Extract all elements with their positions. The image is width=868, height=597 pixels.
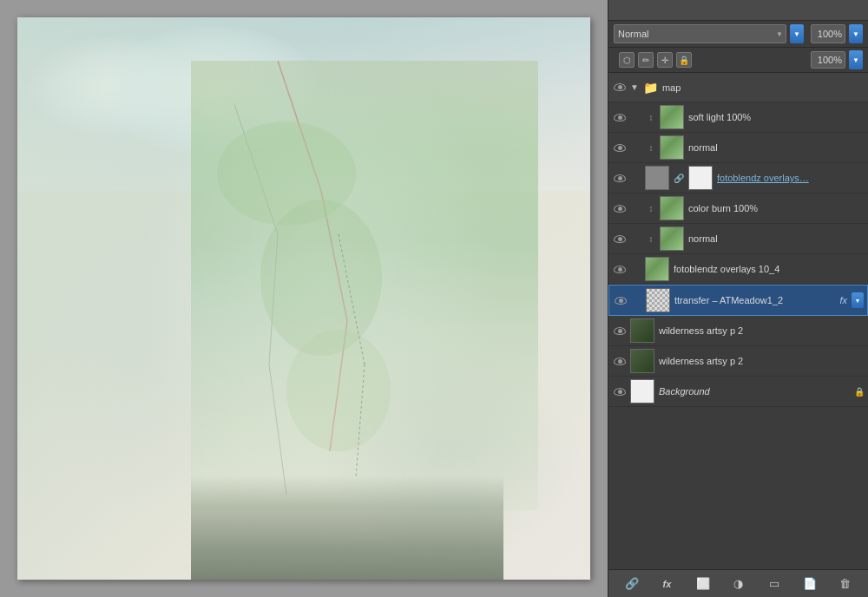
eye-icon-normal-1[interactable] [612,140,628,155]
lock-pixels-btn[interactable]: ✏ [638,52,654,68]
layer-thumb-normal-1 [660,135,684,160]
eye-icon-fotoblendz-1[interactable] [612,170,628,186]
new-layer-icon[interactable]: 📄 [800,574,819,594]
layer-name-normal-2: normal [687,233,865,244]
link-icon-color-burn: ↕ [645,204,657,213]
eye-icon-wilderness-2[interactable] [612,353,628,369]
eye-icon-group-map[interactable] [612,80,628,95]
layer-name-wilderness-1: wilderness artsy p 2 [657,325,865,336]
layers-list[interactable]: ▼📁map↕soft light 100%↕normal🔗fotoblendz … [608,73,868,569]
blend-mode-select[interactable]: NormalDissolveMultiplyScreenOverlaySoft … [614,24,786,43]
layer-item-wilderness-2[interactable]: wilderness artsy p 2 [608,346,868,377]
layer-name-normal-1: normal [687,142,865,153]
layer-item-fotoblendz-1[interactable]: 🔗fotoblendz overlays… [608,163,868,194]
layer-item-soft-light[interactable]: ↕soft light 100% [608,102,868,133]
opacity-input[interactable] [811,24,845,43]
layer-name-wilderness-2: wilderness artsy p 2 [657,356,865,366]
mask-icon[interactable]: ⬜ [694,574,713,594]
delete-icon[interactable]: 🗑 [836,574,855,594]
chain-icon-fotoblendz-1: 🔗 [672,171,686,185]
link-icon-normal-2: ↕ [645,234,657,244]
eye-icon-color-burn[interactable] [612,200,628,216]
lock-position-btn[interactable]: ✛ [657,52,673,68]
layer-item-background[interactable]: Background🔒 [608,377,868,407]
opacity-arrow[interactable]: ▼ [849,24,863,43]
layer-thumb-wilderness-2 [630,349,654,373]
layer-thumb-soft-light [660,105,684,129]
layer-thumb-ttransfer [646,288,670,312]
layer-item-normal-1[interactable]: ↕normal [608,133,868,163]
layer-item-group-map[interactable]: ▼📁map [608,73,868,102]
layer-thumb-fotoblendz-1 [645,166,669,190]
layer-item-color-burn[interactable]: ↕color burn 100% [608,194,868,224]
eye-icon-background[interactable] [612,384,628,399]
layer-name-fotoblendz-1: fotoblendz overlays… [715,173,865,183]
eye-icon-wilderness-1[interactable] [612,323,628,338]
layers-panel: NormalDissolveMultiplyScreenOverlaySoft … [608,0,868,597]
svg-point-7 [260,200,382,356]
layer-fx-arrow-ttransfer[interactable]: ▼ [852,292,864,308]
lock-row: ⬡ ✏ ✛ 🔒 ▼ [608,48,868,73]
fill-arrow[interactable]: ▼ [849,50,863,69]
layer-item-wilderness-1[interactable]: wilderness artsy p 2 [608,316,868,346]
fx-icon[interactable]: fx [658,574,677,594]
layer-name-color-burn: color burn 100% [687,203,865,213]
eye-icon-normal-2[interactable] [612,231,628,246]
layer-item-fotoblendz-2[interactable]: fotoblendz overlays 10_4 [608,254,868,285]
blend-mode-wrapper[interactable]: NormalDissolveMultiplyScreenOverlaySoft … [614,24,786,43]
panel-header [608,0,868,21]
lock-transparent-btn[interactable]: ⬡ [619,52,635,68]
group-triangle-group-map[interactable]: ▼ [630,82,639,92]
blend-mode-row: NormalDissolveMultiplyScreenOverlaySoft … [608,21,868,48]
eye-icon-soft-light[interactable] [612,109,628,125]
map-lines-svg [17,17,590,580]
panel-footer: 🔗fx⬜◑▭📄🗑 [608,569,868,597]
layer-name-background: Background [657,386,852,397]
layer-thumb-color-burn [660,196,684,220]
group-icon[interactable]: ▭ [765,574,784,594]
fill-input[interactable] [811,51,845,69]
layer-name-ttransfer: ttransfer – ATMeadow1_2 [673,295,837,305]
group-folder-icon-group-map: 📁 [643,81,658,95]
eye-icon-fotoblendz-2[interactable] [612,261,628,277]
layer-thumb-background [630,379,654,403]
lock-all-btn[interactable]: 🔒 [676,52,692,68]
lock-badge-background: 🔒 [854,387,865,397]
layer-name-soft-light: soft light 100% [687,112,865,122]
layer-thumb-normal-2 [660,226,684,251]
fx-badge-ttransfer: fx [839,295,847,305]
layer-item-normal-2[interactable]: ↕normal [608,224,868,254]
layer-item-ttransfer[interactable]: ttransfer – ATMeadow1_2fx▼ [608,285,868,316]
link-icon-normal-1: ↕ [645,143,657,153]
layer-thumb-wilderness-1 [630,318,654,343]
layer-thumb2-fotoblendz-1 [688,166,713,190]
adjustment-icon[interactable]: ◑ [729,574,748,594]
eye-icon-ttransfer[interactable] [613,292,628,308]
svg-point-8 [286,330,391,451]
link-icon-soft-light: ↕ [645,113,657,122]
layer-name-fotoblendz-2: fotoblendz overlays 10_4 [672,264,865,274]
canvas-content [17,17,590,580]
canvas-area [0,0,608,597]
layer-thumb-fotoblendz-2 [645,257,669,281]
link-layers-icon[interactable]: 🔗 [622,574,641,594]
blend-mode-arrow[interactable]: ▼ [790,24,804,43]
svg-line-5 [269,364,286,495]
layer-name-group-map: map [661,82,865,93]
